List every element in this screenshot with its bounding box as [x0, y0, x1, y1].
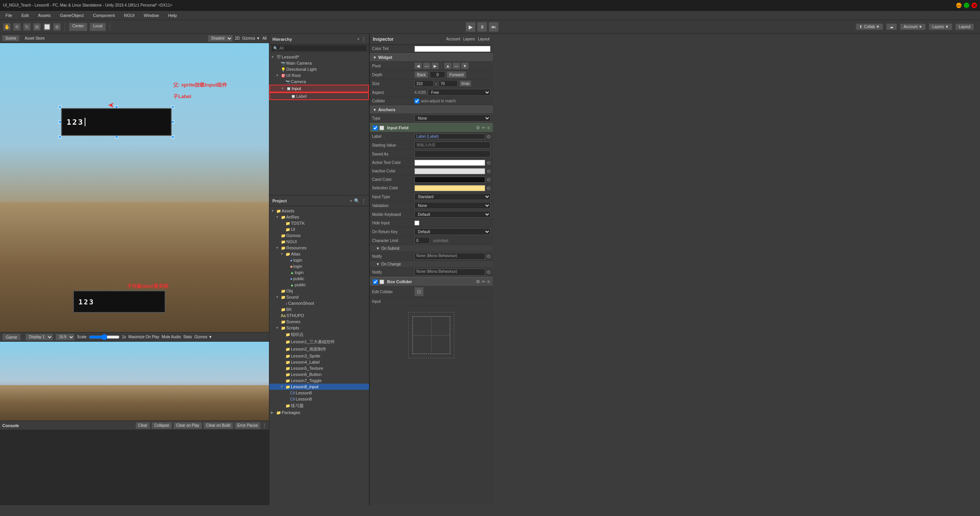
play-button[interactable]: ▶ [466, 22, 476, 32]
layout-button[interactable]: Layout [955, 23, 974, 30]
aspect-dropdown[interactable]: 16:9 [55, 334, 75, 341]
menu-help[interactable]: Help [166, 12, 179, 18]
menu-file[interactable]: File [3, 12, 15, 18]
pivot-down[interactable]: ▼ [461, 62, 469, 69]
on-change-header[interactable]: ▼ On Change [370, 261, 493, 268]
pause-button[interactable]: ⏸ [477, 22, 487, 32]
project-item-lesson2[interactable]: 📁 Lesson2_画面制作 [269, 346, 369, 353]
project-item-cannoonshoot[interactable]: ♪ CannonShoot [269, 300, 369, 306]
menu-component[interactable]: Component [90, 12, 117, 18]
project-item-ngui[interactable]: 📁 NGUI [269, 239, 369, 245]
hierarchy-item-label[interactable]: 🔲 Label [269, 92, 369, 100]
gizmos-button[interactable]: Gizmos ▼ [242, 36, 260, 40]
project-item-ui[interactable]: 📁 UI [269, 226, 369, 232]
hierarchy-item-ui-root[interactable]: ▼ 🎯 UI Root [269, 72, 369, 78]
tool-move[interactable]: ✛ [13, 23, 21, 31]
hierarchy-menu-icon[interactable]: ⋮ [361, 37, 366, 42]
input-field-settings-icon[interactable]: ⚙ [476, 125, 480, 130]
edit-collider-btn[interactable]: ⊡ [414, 287, 424, 296]
pivot-toggle[interactable]: Center [69, 23, 87, 31]
project-item-lesson3[interactable]: 📁 Lesson3_Sprite [269, 353, 369, 359]
selection-color-swatch[interactable] [414, 185, 485, 191]
project-item-lesson5[interactable]: 📁 Lesson5_Texture [269, 365, 369, 371]
depth-back-btn[interactable]: Back [414, 71, 428, 78]
tab-layout[interactable]: Layout [478, 37, 489, 41]
hierarchy-item-lesson8[interactable]: ▼ 🎬 Lesson8* [269, 54, 369, 60]
tab-game[interactable]: Game [2, 334, 21, 341]
tool-rotate[interactable]: ↻ [23, 23, 31, 31]
collab-button[interactable]: ⬆ Collab ▼ [856, 23, 883, 30]
aspect-dropdown[interactable]: Free [428, 89, 491, 96]
project-item-login2[interactable]: ■ login [269, 263, 369, 269]
project-item-scenes[interactable]: 📁 Scenes [269, 319, 369, 325]
notify-pick[interactable]: ⊙ [487, 254, 491, 259]
label-value[interactable]: Label (Label) [414, 134, 485, 139]
character-limit-input[interactable] [414, 237, 430, 244]
input-field-edit-icon[interactable]: ✏ [482, 125, 486, 130]
project-item-lesson7[interactable]: 📁 Lesson7_Toggle [269, 377, 369, 384]
shaded-dropdown[interactable]: Shaded [208, 35, 233, 42]
collider-checkbox[interactable] [414, 99, 419, 104]
input-field-enabled[interactable] [373, 125, 378, 130]
console-clear-on-play[interactable]: Clear on Play [174, 422, 202, 429]
active-text-color-pick[interactable]: ⊙ [487, 160, 491, 165]
project-item-sthupo[interactable]: Aa STHUPO [269, 312, 369, 319]
mute-audio[interactable]: Mute Audio [162, 335, 181, 339]
menu-assets[interactable]: Assets [36, 12, 53, 18]
project-item-scripts[interactable]: ▼ 📁 Scripts [269, 325, 369, 331]
console-clear[interactable]: Clear [135, 422, 150, 429]
pivot-prev[interactable]: ◀ [414, 62, 422, 69]
saved-as-value[interactable] [414, 150, 491, 157]
tool-scale[interactable]: ⊞ [33, 23, 41, 31]
inactive-color-swatch[interactable] [414, 168, 485, 174]
mode-2d[interactable]: 2D [235, 36, 240, 40]
project-item-public1[interactable]: ● public [269, 276, 369, 282]
game-gizmos[interactable]: Gizmos ▼ [194, 335, 212, 339]
caret-color-swatch[interactable] [414, 177, 485, 183]
project-item-lesson4[interactable]: 📁 Lesson4_Label [269, 359, 369, 365]
project-item-resources[interactable]: ▼ 📁 Resources [269, 245, 369, 251]
project-add-icon[interactable]: + [350, 198, 352, 204]
widget-section-header[interactable]: ▼ Widget [370, 53, 493, 62]
project-item-assets[interactable]: ▼ 📁 Assets [269, 208, 369, 214]
input-field-menu-icon[interactable]: ≡ [487, 125, 490, 130]
account-button[interactable]: Account ▼ [900, 23, 926, 30]
project-item-atlas[interactable]: ▼ 📁 Atlas [269, 251, 369, 257]
project-item-artres[interactable]: ▼ 📁 ArtRes [269, 214, 369, 220]
mobile-keyboard-dropdown[interactable]: Default [414, 211, 491, 218]
maximize-button[interactable]: □ [964, 3, 969, 8]
tool-hand[interactable]: ✋ [3, 23, 11, 31]
project-item-login3[interactable]: ▲ login [269, 269, 369, 276]
console-error-pause[interactable]: Error Pause [235, 422, 260, 429]
label-pick-icon[interactable]: ⊙ [487, 134, 491, 139]
input-type-dropdown[interactable]: Standard [414, 193, 491, 200]
project-item-gizmos[interactable]: 📁 Gizmos [269, 232, 369, 239]
box-collider-enabled[interactable] [373, 279, 378, 284]
window-controls[interactable]: — □ ✕ [956, 3, 977, 8]
project-item-lesson8a[interactable]: C# Lesson8 [269, 390, 369, 396]
size-x-input[interactable] [414, 80, 434, 87]
tool-transform[interactable]: ⊕ [53, 23, 61, 31]
project-item-bk[interactable]: 📁 BK [269, 306, 369, 312]
hierarchy-item-dir-light[interactable]: 💡 Directional Light [269, 66, 369, 72]
depth-input[interactable] [430, 71, 445, 78]
on-return-key-dropdown[interactable]: Default [414, 228, 491, 235]
maximize-on-play[interactable]: Maximize On Play [129, 335, 160, 339]
color-tint-swatch[interactable] [414, 46, 491, 52]
menu-edit[interactable]: Edit [19, 12, 31, 18]
tool-rect[interactable]: ⬜ [43, 23, 51, 31]
inactive-color-pick[interactable]: ⊙ [487, 169, 491, 174]
depth-forward-btn[interactable]: Forward [447, 71, 466, 78]
on-change-notify-pick[interactable]: ⊙ [487, 269, 491, 275]
project-item-lesson8-input[interactable]: ▼ 📁 Lesson8_input [269, 384, 369, 390]
project-item-exercise[interactable]: 📁 练习题 [269, 402, 369, 409]
hierarchy-item-input[interactable]: ▼ 🔲 Input [269, 85, 369, 92]
project-item-org[interactable]: 📁 组织点 [269, 331, 369, 338]
minimize-button[interactable]: — [956, 3, 962, 8]
project-item-packages[interactable]: ▶ 📁 Packages [269, 409, 369, 416]
project-item-lesson8b[interactable]: C# Lesson8 [269, 396, 369, 402]
menu-gameobject[interactable]: GameObject [58, 12, 86, 18]
hierarchy-item-main-camera[interactable]: 📷 Main Camera [269, 60, 369, 66]
hierarchy-add-icon[interactable]: + [357, 37, 360, 42]
close-button[interactable]: ✕ [972, 3, 977, 8]
